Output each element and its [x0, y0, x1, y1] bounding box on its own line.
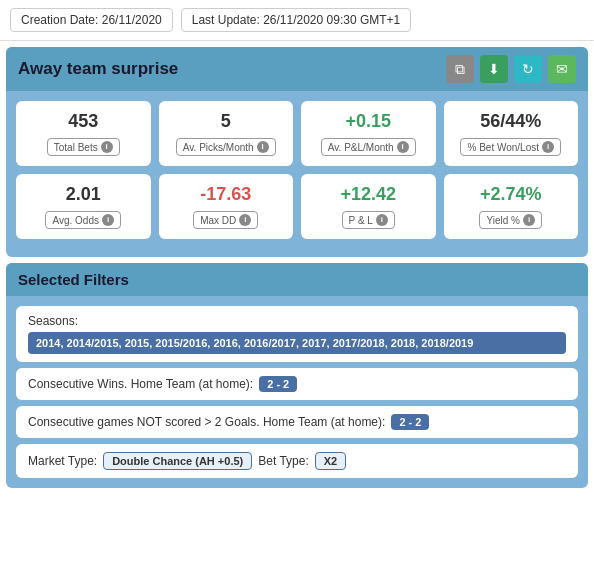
stat-yield-label: Yield % i: [479, 211, 542, 229]
stats-section-title: Away team surprise: [18, 59, 178, 79]
seasons-value: 2014, 2014/2015, 2015, 2015/2016, 2016, …: [28, 332, 566, 354]
consecutive-games-filter: Consecutive games NOT scored > 2 Goals. …: [16, 406, 578, 438]
bet-type-label: Bet Type:: [258, 454, 308, 468]
email-icon-btn[interactable]: ✉: [548, 55, 576, 83]
refresh-icon-btn[interactable]: ↻: [514, 55, 542, 83]
filters-section: Selected Filters Seasons: 2014, 2014/201…: [6, 263, 588, 488]
consecutive-wins-filter: Consecutive Wins. Home Team (at home): 2…: [16, 368, 578, 400]
stat-av-picks-value: 5: [221, 111, 231, 132]
consecutive-wins-label: Consecutive Wins. Home Team (at home):: [28, 377, 253, 391]
stat-yield-value: +2.74%: [480, 184, 542, 205]
stat-pl-value: +12.42: [340, 184, 396, 205]
stat-total-bets-value: 453: [68, 111, 98, 132]
yield-info-icon[interactable]: i: [523, 214, 535, 226]
stats-row-1: 453 Total Bets i 5 Av. Picks/Month i +0.…: [6, 101, 588, 166]
stat-yield: +2.74% Yield % i: [444, 174, 579, 239]
av-pl-info-icon[interactable]: i: [397, 141, 409, 153]
consecutive-games-row: Consecutive games NOT scored > 2 Goals. …: [28, 414, 566, 430]
max-dd-info-icon[interactable]: i: [239, 214, 251, 226]
last-update: Last Update: 26/11/2020 09:30 GMT+1: [181, 8, 411, 32]
stat-avg-odds: 2.01 Avg. Odds i: [16, 174, 151, 239]
market-type-value: Double Chance (AH +0.5): [103, 452, 252, 470]
stat-av-pl: +0.15 Av. P&L/Month i: [301, 101, 436, 166]
stat-av-picks: 5 Av. Picks/Month i: [159, 101, 294, 166]
download-icon-btn[interactable]: ⬇: [480, 55, 508, 83]
market-bet-filter: Market Type: Double Chance (AH +0.5) Bet…: [16, 444, 578, 478]
stat-av-pl-value: +0.15: [345, 111, 391, 132]
consecutive-wins-row: Consecutive Wins. Home Team (at home): 2…: [28, 376, 566, 392]
stat-max-dd-label: Max DD i: [193, 211, 258, 229]
market-type-label: Market Type:: [28, 454, 97, 468]
seasons-filter: Seasons: 2014, 2014/2015, 2015, 2015/201…: [16, 306, 578, 362]
creation-date: Creation Date: 26/11/2020: [10, 8, 173, 32]
stat-avg-odds-label: Avg. Odds i: [45, 211, 121, 229]
stats-section-header: Away team surprise ⧉ ⬇ ↻ ✉: [6, 47, 588, 91]
stat-total-bets-label: Total Bets i: [47, 138, 120, 156]
stat-max-dd-value: -17.63: [200, 184, 251, 205]
stat-av-pl-label: Av. P&L/Month i: [321, 138, 416, 156]
stat-pl-label: P & L i: [342, 211, 395, 229]
filters-body: Seasons: 2014, 2014/2015, 2015, 2015/201…: [6, 306, 588, 478]
av-picks-info-icon[interactable]: i: [257, 141, 269, 153]
bet-type-value: X2: [315, 452, 346, 470]
stat-max-dd: -17.63 Max DD i: [159, 174, 294, 239]
consecutive-games-badge: 2 - 2: [391, 414, 429, 430]
stat-avg-odds-value: 2.01: [66, 184, 101, 205]
consecutive-games-label: Consecutive games NOT scored > 2 Goals. …: [28, 415, 385, 429]
filters-section-title: Selected Filters: [18, 271, 129, 288]
stat-pl: +12.42 P & L i: [301, 174, 436, 239]
stats-section: Away team surprise ⧉ ⬇ ↻ ✉ 453 Total Bet…: [6, 47, 588, 257]
pl-info-icon[interactable]: i: [376, 214, 388, 226]
avg-odds-info-icon[interactable]: i: [102, 214, 114, 226]
filters-section-header: Selected Filters: [6, 263, 588, 296]
stat-bet-won-lost-label: % Bet Won/Lost i: [460, 138, 561, 156]
stats-section-icons: ⧉ ⬇ ↻ ✉: [446, 55, 576, 83]
stat-total-bets: 453 Total Bets i: [16, 101, 151, 166]
bet-won-lost-info-icon[interactable]: i: [542, 141, 554, 153]
total-bets-info-icon[interactable]: i: [101, 141, 113, 153]
stat-bet-won-lost: 56/44% % Bet Won/Lost i: [444, 101, 579, 166]
market-bet-row: Market Type: Double Chance (AH +0.5) Bet…: [28, 452, 566, 470]
top-bar: Creation Date: 26/11/2020 Last Update: 2…: [0, 0, 594, 41]
copy-icon-btn[interactable]: ⧉: [446, 55, 474, 83]
seasons-label: Seasons:: [28, 314, 566, 328]
stats-row-2: 2.01 Avg. Odds i -17.63 Max DD i +12.42 …: [6, 174, 588, 239]
stat-av-picks-label: Av. Picks/Month i: [176, 138, 276, 156]
stat-bet-won-lost-value: 56/44%: [480, 111, 541, 132]
consecutive-wins-badge: 2 - 2: [259, 376, 297, 392]
